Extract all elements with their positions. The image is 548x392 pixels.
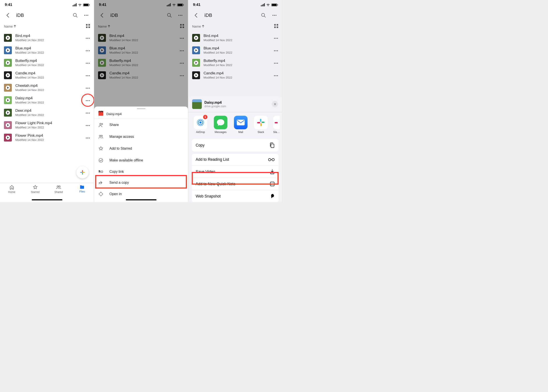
search-icon[interactable]: [166, 12, 173, 19]
file-item[interactable]: Daisy.mp4 Modified 14 Nov 2022: [0, 94, 94, 106]
tab-home[interactable]: Home: [5, 185, 18, 194]
file-item[interactable]: Cheetah.mp4 Modified 14 Nov 2022: [0, 81, 94, 94]
file-options-icon[interactable]: [85, 48, 90, 52]
share-add-person-icon: [99, 123, 103, 127]
file-item[interactable]: Candle.mp4 Modified 14 Nov 2022: [94, 69, 188, 81]
file-name: Blue.mp4: [15, 46, 82, 50]
file-item[interactable]: Candle.mp4 Modified 14 Nov 2022: [0, 69, 94, 81]
file-options-icon[interactable]: [180, 73, 184, 77]
svg-point-54: [180, 50, 181, 51]
svg-point-79: [274, 50, 275, 51]
play-icon: [100, 61, 104, 65]
overflow-menu-icon[interactable]: [83, 12, 90, 19]
share-app-slack[interactable]: Slack: [253, 116, 269, 134]
file-item[interactable]: Blue.mp4 Modified 14 Nov 2022: [94, 44, 188, 56]
svg-point-98: [269, 158, 271, 161]
share-action-copy[interactable]: Copy: [192, 139, 279, 152]
sort-button[interactable]: Name: [98, 25, 110, 28]
svg-point-70: [274, 15, 275, 16]
share-action-reading-list[interactable]: Add to Reading List: [192, 154, 279, 165]
share-app-slack-peek[interactable]: Sla…: [273, 116, 280, 134]
close-icon[interactable]: ✕: [272, 101, 278, 107]
file-item[interactable]: Bird.mp4 Modified 14 Nov 2022: [188, 31, 282, 44]
tab-shared[interactable]: Shared: [52, 185, 65, 194]
share-app-airdrop[interactable]: 1 AirDrop: [192, 116, 208, 134]
file-options-icon[interactable]: [180, 61, 184, 65]
svg-point-71: [276, 15, 276, 16]
video-thumbnail: [98, 59, 106, 67]
sheet-handle[interactable]: [137, 108, 146, 109]
file-item[interactable]: Blue.mp4 Modified 14 Nov 2022: [188, 44, 282, 56]
file-options-icon[interactable]: [85, 73, 90, 77]
file-options-icon[interactable]: [180, 48, 184, 52]
grid-view-icon[interactable]: [86, 24, 90, 29]
video-thumbnail: [4, 59, 12, 67]
action-send-copy[interactable]: Send a copy: [94, 177, 188, 188]
share-app-messages[interactable]: Messages: [213, 116, 228, 134]
file-options-icon[interactable]: [85, 98, 90, 102]
file-options-icon[interactable]: [85, 86, 90, 90]
file-options-icon[interactable]: [180, 36, 184, 40]
file-options-icon[interactable]: [274, 48, 278, 52]
svg-point-85: [274, 75, 275, 76]
file-item[interactable]: Butterfly.mp4 Modified 14 Nov 2022: [0, 56, 94, 69]
file-name: Butterfly.mp4: [15, 59, 82, 63]
file-options-icon[interactable]: [85, 61, 90, 65]
file-options-icon[interactable]: [85, 36, 90, 40]
file-options-icon[interactable]: [85, 111, 90, 115]
svg-point-69: [272, 15, 273, 16]
fab-new-button[interactable]: [76, 166, 89, 179]
file-item[interactable]: Butterfly.mp4 Modified 14 Nov 2022: [94, 56, 188, 69]
share-action-quick-note[interactable]: Add to New Quick Note: [192, 178, 279, 190]
svg-rect-48: [183, 24, 184, 26]
tab-files[interactable]: Files: [76, 185, 89, 193]
grid-view-icon[interactable]: [274, 24, 278, 29]
share-app-mail[interactable]: Mail: [233, 116, 249, 134]
overflow-menu-icon[interactable]: [271, 12, 278, 19]
svg-point-84: [277, 63, 278, 63]
file-item[interactable]: Bird.mp4 Modified 14 Nov 2022: [0, 31, 94, 44]
svg-point-41: [59, 186, 60, 187]
sort-row: Name: [0, 21, 94, 31]
send-arrow-icon: [99, 181, 103, 184]
overflow-menu-icon[interactable]: [177, 12, 184, 19]
action-add-starred[interactable]: Add to Starred: [94, 143, 188, 154]
back-chevron-icon[interactable]: [192, 12, 199, 19]
action-open-in[interactable]: Open in: [94, 188, 188, 200]
search-icon[interactable]: [71, 12, 79, 19]
file-item[interactable]: Candle.mp4 Modified 14 Nov 2022: [188, 69, 282, 81]
tab-starred[interactable]: Starred: [29, 185, 42, 194]
video-thumbnail: [4, 34, 12, 42]
file-item[interactable]: Bird.mp4 Modified 14 Nov 2022: [94, 31, 188, 44]
file-options-icon[interactable]: [85, 136, 90, 140]
back-chevron-icon[interactable]: [4, 12, 11, 19]
file-options-icon[interactable]: [274, 61, 278, 65]
grid-view-icon[interactable]: [180, 24, 184, 29]
sort-button[interactable]: Name: [192, 25, 204, 28]
file-subtitle: Modified 14 Nov 2022: [15, 88, 82, 92]
file-item[interactable]: Blue.mp4 Modified 14 Nov 2022: [0, 44, 94, 56]
action-manage-access[interactable]: Manage access: [94, 131, 188, 143]
file-item[interactable]: Butterfly.mp4 Modified 14 Nov 2022: [188, 56, 282, 69]
back-chevron-icon[interactable]: [98, 12, 106, 19]
file-options-icon[interactable]: [85, 123, 90, 127]
status-time: 9:41: [5, 3, 12, 7]
svg-rect-94: [260, 123, 262, 126]
file-item[interactable]: Flower Pink.mp4 Modified 14 Nov 2022: [0, 131, 94, 144]
svg-line-68: [264, 16, 266, 17]
video-thumbnail: [4, 84, 12, 92]
share-action-save-video[interactable]: Save Video: [192, 165, 279, 178]
file-name: Candle.mp4: [204, 71, 270, 76]
action-make-offline[interactable]: Make available offline: [94, 154, 188, 166]
search-icon[interactable]: [260, 12, 267, 19]
sort-button[interactable]: Name: [4, 25, 16, 28]
home-indicator: [32, 199, 62, 200]
file-options-icon[interactable]: [274, 73, 278, 77]
action-copy-link[interactable]: Copy link: [94, 166, 188, 177]
open-in-icon: [99, 192, 103, 196]
file-item[interactable]: Deer.mp4 Modified 14 Nov 2022: [0, 106, 94, 119]
file-options-icon[interactable]: [274, 36, 278, 40]
file-item[interactable]: Flower Light Pink.mp4 Modified 14 Nov 20…: [0, 119, 94, 131]
share-action-web-snapshot[interactable]: Web Snapshot P: [192, 190, 279, 202]
action-share[interactable]: Share: [94, 119, 188, 131]
